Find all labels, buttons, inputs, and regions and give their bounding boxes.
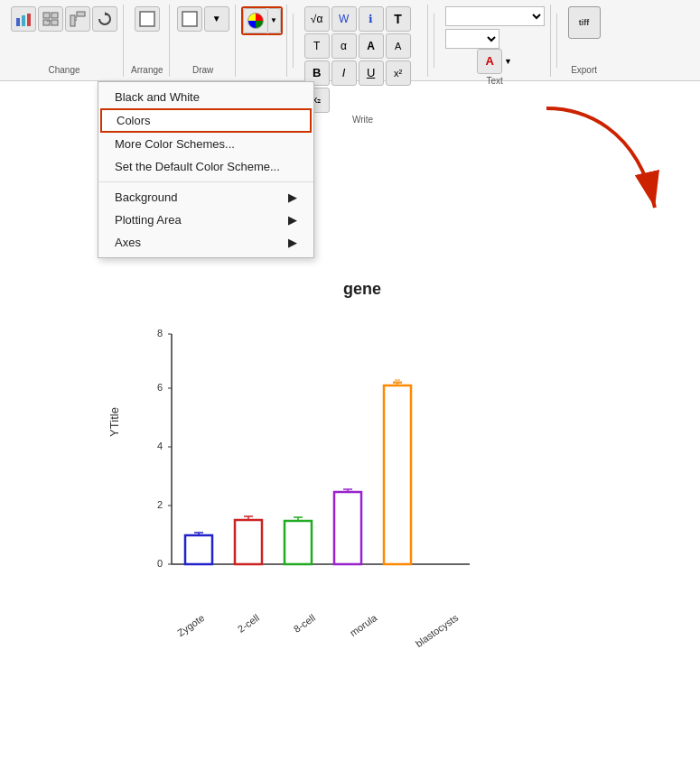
refresh-button[interactable]	[92, 6, 117, 32]
svg-rect-1	[22, 15, 25, 26]
word-button[interactable]: W	[331, 6, 357, 32]
submenu-arrow-background: ▶	[288, 190, 297, 204]
shape-dropdown-button[interactable]: ▼	[204, 6, 229, 32]
text-section-label: Text	[486, 76, 502, 86]
transpose-button[interactable]: ↕	[65, 6, 90, 32]
x-label-zygote: Zygote	[175, 612, 206, 638]
svg-text:0: 0	[157, 558, 163, 569]
swap-rows-cols-button[interactable]: ↔	[38, 6, 63, 32]
svg-text:↕: ↕	[74, 14, 78, 23]
menu-item-black-and-white[interactable]: Black and White	[98, 86, 313, 108]
svg-rect-12	[140, 12, 154, 26]
toolbar-section-export: tiff Export	[563, 5, 606, 77]
export-section-label: Export	[571, 65, 597, 75]
svg-text:4: 4	[157, 441, 163, 451]
font-color-arrow[interactable]: ▼	[504, 57, 512, 66]
underline-button[interactable]: U	[359, 60, 384, 86]
color-scheme-dropdown-menu: Black and White Colors More Color Scheme…	[98, 81, 314, 258]
svg-rect-6	[51, 20, 58, 25]
text-color-controls: A ▼	[477, 49, 512, 74]
toolbar-section-text: A ▼ Text	[440, 5, 551, 77]
toolbar-section-arrange: Arrange	[126, 5, 170, 77]
change-buttons: ↔ ↕	[11, 6, 117, 32]
font-family-dropdown[interactable]	[445, 6, 545, 26]
toolbar-separator-1	[293, 14, 294, 68]
chart-type-button[interactable]	[11, 6, 36, 32]
menu-item-axes[interactable]: Axes ▶	[98, 231, 313, 254]
menu-item-set-default-color-scheme[interactable]: Set the Default Color Scheme...	[98, 155, 313, 178]
submenu-arrow-plotting-area: ▶	[288, 213, 297, 227]
chart-container: YTitle 0 2 4 6 8	[108, 325, 488, 650]
svg-rect-9	[77, 12, 85, 16]
bar-2cell	[235, 520, 262, 564]
color-scheme-icon-button[interactable]	[243, 8, 268, 33]
draw-section-label: Draw	[192, 65, 213, 75]
export-tiff-button[interactable]: tiff	[568, 6, 601, 39]
x-label-2cell: 2-cell	[236, 612, 261, 635]
arrange-button[interactable]	[135, 6, 160, 32]
svg-rect-0	[16, 18, 20, 26]
svg-text:8: 8	[157, 328, 163, 339]
italic-button[interactable]: I	[331, 60, 357, 86]
write-section-label: Write	[352, 115, 373, 125]
bar-morula	[334, 492, 361, 564]
toolbar-section-draw: ▼ Draw	[172, 5, 236, 77]
svg-rect-2	[27, 14, 31, 26]
toolbar-separator-2	[434, 14, 434, 68]
toolbar-section-write: √α W ℹ T T α A A B I U x² x₂ Write	[299, 5, 428, 77]
menu-item-colors[interactable]: Colors	[100, 108, 312, 133]
color-scheme-dropdown-arrow[interactable]: ▼	[268, 8, 281, 33]
text-aa-small-button[interactable]: A	[386, 33, 411, 59]
menu-item-more-color-schemes[interactable]: More Color Schemes...	[98, 133, 313, 155]
chart-title: gene	[343, 280, 381, 299]
toolbar-separator-3	[556, 14, 557, 68]
shape-button[interactable]	[177, 6, 202, 32]
svg-rect-13	[182, 12, 197, 26]
svg-text:6: 6	[157, 382, 163, 393]
svg-text:↔: ↔	[46, 18, 51, 23]
font-color-button[interactable]: A	[477, 49, 502, 74]
arrange-section-label: Arrange	[131, 65, 163, 75]
x-label-blastocysts: blastocysts	[414, 612, 460, 649]
text-large-button[interactable]: T	[386, 6, 411, 32]
svg-text:2: 2	[157, 499, 163, 510]
bar-8cell	[285, 521, 312, 564]
alpha-button[interactable]: α	[331, 33, 357, 59]
menu-item-background[interactable]: Background ▶	[98, 186, 313, 209]
font-size-dropdown[interactable]	[445, 29, 499, 49]
bar-blastocysts	[384, 385, 411, 564]
submenu-arrow-axes: ▶	[288, 236, 297, 249]
superscript-button[interactable]: x²	[386, 60, 411, 86]
main-toolbar: ↔ ↕ Change Ar	[0, 0, 700, 81]
menu-separator-1	[98, 181, 313, 182]
x-axis-labels: Zygote 2-cell 8-cell morula blastocysts	[154, 603, 470, 623]
toolbar-section-change: ↔ ↕ Change	[5, 5, 124, 77]
color-scheme-button-container: ▼	[241, 6, 283, 35]
svg-rect-4	[51, 13, 58, 18]
draw-buttons: ▼	[177, 6, 229, 32]
text-controls	[445, 6, 545, 49]
text-small-button[interactable]: T	[304, 33, 330, 59]
write-buttons-row: √α W ℹ T T α A A B I U x² x₂	[304, 6, 422, 113]
sqrt-button[interactable]: √α	[304, 6, 330, 32]
chart-svg: 0 2 4 6 8	[135, 325, 479, 609]
change-section-label: Change	[48, 65, 79, 75]
x-label-8cell: 8-cell	[292, 612, 317, 635]
info-button[interactable]: ℹ	[359, 6, 384, 32]
x-label-morula: morula	[348, 612, 378, 638]
arrow-annotation	[528, 99, 673, 280]
menu-item-plotting-area[interactable]: Plotting Area ▶	[98, 209, 313, 231]
bar-zygote	[185, 535, 212, 564]
y-axis-label: YTitle	[107, 407, 121, 437]
text-aa-large-button[interactable]: A	[359, 33, 384, 59]
color-scheme-section: ▼	[238, 5, 287, 77]
